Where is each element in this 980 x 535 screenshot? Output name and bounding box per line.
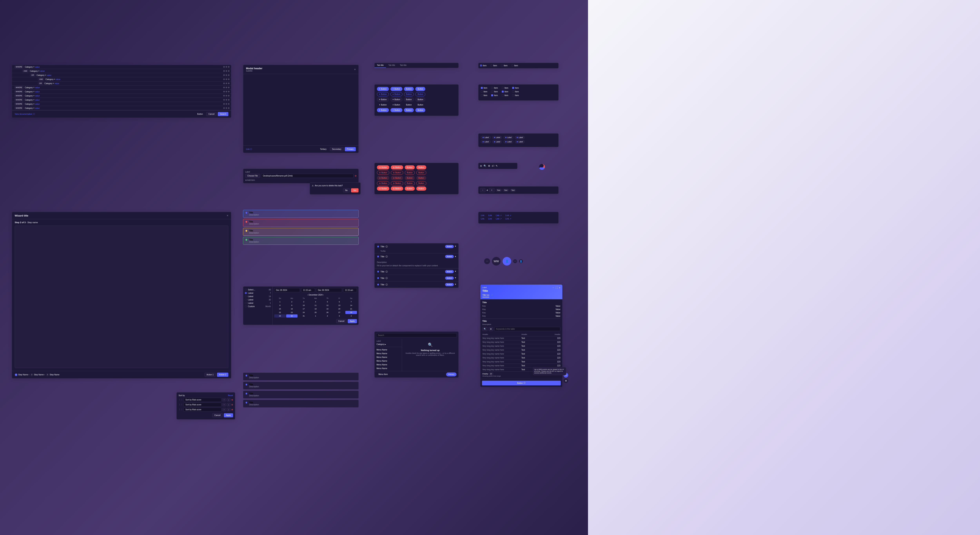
tree-row[interactable]: WHERE Category = value xyxy=(12,102,231,106)
button[interactable]: Button xyxy=(415,103,425,107)
action-dot[interactable] xyxy=(226,103,227,105)
button[interactable]: Button xyxy=(195,112,205,116)
date-to-input[interactable] xyxy=(316,288,342,292)
button[interactable]: +Button xyxy=(377,87,389,91)
action-dot[interactable] xyxy=(226,99,227,101)
toolbar-icon[interactable]: ⚙ xyxy=(488,164,490,167)
danger-button[interactable]: Button xyxy=(416,181,426,185)
tree-row[interactable]: OR Category = value xyxy=(12,81,231,86)
cal-day[interactable]: 24 xyxy=(298,311,310,314)
action-dot[interactable] xyxy=(228,103,229,105)
drawer-tab[interactable]: Title too xyxy=(482,294,489,297)
checkbox-item[interactable]: Item xyxy=(502,91,508,93)
fab-icon[interactable]: ⊕ xyxy=(563,378,568,383)
link[interactable]: Link xyxy=(488,214,492,217)
action-dot[interactable] xyxy=(226,70,227,72)
checkbox-item[interactable]: Item xyxy=(481,94,487,96)
button[interactable]: Button xyxy=(415,108,425,112)
link[interactable]: Link ↗ xyxy=(506,214,511,217)
checkbox-item[interactable]: Item xyxy=(512,94,519,96)
action-dot[interactable] xyxy=(223,78,225,80)
action-dot[interactable] xyxy=(223,66,225,68)
breadcrumb-step[interactable]: 3Step Name xyxy=(46,374,59,376)
action-dot[interactable] xyxy=(228,78,229,80)
action-dot[interactable] xyxy=(223,107,225,109)
primary-button[interactable]: Primary xyxy=(345,147,356,151)
button[interactable]: +Button xyxy=(377,103,389,107)
secondary-button[interactable]: Secondary xyxy=(330,147,344,151)
action-dot[interactable] xyxy=(223,95,225,96)
action-dot[interactable] xyxy=(223,83,225,84)
remove-sort[interactable]: ⊖ xyxy=(231,403,233,406)
cal-day[interactable]: 31 xyxy=(298,315,310,318)
minus-button[interactable]: − xyxy=(480,188,485,192)
cal-day[interactable]: 9 xyxy=(286,304,298,307)
danger-button[interactable]: Button xyxy=(416,187,426,191)
checkbox-item[interactable]: Item xyxy=(491,94,498,96)
action-dot[interactable] xyxy=(226,95,227,96)
action-dot[interactable] xyxy=(228,66,229,68)
drag-handle[interactable]: ⋮⋮ xyxy=(178,408,183,411)
button[interactable]: Button xyxy=(404,97,414,102)
text-pill[interactable]: Text xyxy=(496,189,502,192)
filter-button[interactable]: 🔍 xyxy=(482,327,487,331)
dir-down[interactable]: ↓ xyxy=(227,403,231,406)
primary-button[interactable]: Primary xyxy=(446,372,457,376)
cal-day[interactable]: 1 xyxy=(310,315,321,318)
menu-item[interactable]: Menu Name xyxy=(375,351,402,355)
dir-up[interactable]: ↑ xyxy=(222,403,226,406)
close-icon[interactable]: × xyxy=(559,286,560,289)
preset-option[interactable]: Select…All xyxy=(245,288,271,291)
menu-item[interactable]: Menu Name xyxy=(375,363,402,367)
cal-day[interactable]: 15 xyxy=(274,307,286,310)
cal-day[interactable]: 1 xyxy=(274,300,286,303)
filename-input[interactable] xyxy=(261,174,353,178)
toolbar-icon[interactable]: ✎ xyxy=(496,164,498,167)
danger-button[interactable]: Button xyxy=(405,181,415,185)
accordion-header[interactable]: Title ⓘ Button▾ xyxy=(375,268,458,275)
danger-button[interactable]: ⊖ Button xyxy=(377,176,389,180)
cal-day[interactable]: 4 xyxy=(345,315,357,318)
cal-day[interactable]: 14 xyxy=(345,304,357,307)
tree-row[interactable]: WHERE Category = value xyxy=(12,86,231,89)
close-icon[interactable]: × xyxy=(227,214,228,217)
cal-day[interactable]: 25 xyxy=(310,311,321,314)
cancel-button[interactable]: Cancel xyxy=(212,413,223,417)
button[interactable]: +Button xyxy=(390,108,402,112)
close-icon[interactable]: × xyxy=(354,68,356,71)
action-dot[interactable] xyxy=(223,74,225,76)
sort-field[interactable] xyxy=(184,407,221,412)
text-pill[interactable]: Text xyxy=(510,189,516,192)
label-pill[interactable]: Label xyxy=(504,136,513,139)
button[interactable]: Button xyxy=(415,97,425,102)
cal-day[interactable]: 27 xyxy=(334,311,345,314)
action-dot[interactable] xyxy=(226,107,227,109)
action-button[interactable]: Action 2 xyxy=(217,373,228,377)
table-row[interactable]: Very long key name hereText123 xyxy=(482,340,560,344)
action-dot[interactable] xyxy=(226,83,227,84)
preset-option[interactable]: Latest7 xyxy=(245,291,271,295)
label-pill[interactable]: Label xyxy=(481,140,491,143)
danger-button[interactable]: Button xyxy=(405,176,415,180)
action-dot[interactable] xyxy=(223,70,225,72)
button[interactable]: +Button xyxy=(390,92,402,96)
cal-day[interactable]: 13 xyxy=(334,304,345,307)
button[interactable]: Button xyxy=(404,108,414,112)
avatar-icon[interactable]: 👤 xyxy=(503,257,511,265)
remove-icon[interactable]: ⊖ xyxy=(355,174,356,177)
danger-button[interactable]: Button xyxy=(416,165,426,169)
toolbar-icon[interactable]: ⊖ xyxy=(480,164,482,167)
cal-day[interactable]: 21 xyxy=(345,307,357,310)
sort-field[interactable] xyxy=(184,398,221,402)
button[interactable]: Button xyxy=(415,87,425,91)
table-row[interactable]: Very long key name hereText123 xyxy=(482,336,560,340)
danger-button[interactable]: ⊖ Button xyxy=(391,187,403,191)
danger-button[interactable]: ⊖ Button xyxy=(391,181,403,185)
drag-handle[interactable]: ⋮⋮ xyxy=(178,399,183,401)
danger-button[interactable]: ⊖ Button xyxy=(377,187,389,191)
acc-button[interactable]: Button xyxy=(445,270,454,273)
reset-link[interactable]: Reset xyxy=(228,394,233,396)
dir-up[interactable]: ↑ xyxy=(222,398,226,401)
tab[interactable]: Tab title xyxy=(375,63,386,68)
cal-day[interactable]: 26 xyxy=(321,311,333,314)
